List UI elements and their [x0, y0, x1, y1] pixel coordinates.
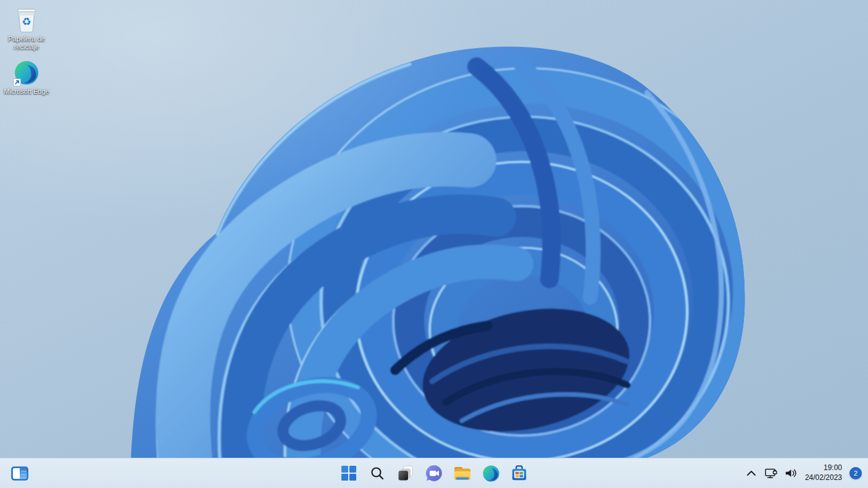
clock-date: 24/02/2023 — [805, 473, 842, 483]
show-hidden-icons-button[interactable] — [742, 462, 761, 484]
desktop-icon-recycle-bin[interactable]: ♻ Papelera de reciclaje — [2, 5, 51, 52]
system-tray: 19:00 24/02/2023 2 — [742, 458, 863, 488]
widgets-icon — [11, 466, 28, 481]
microsoft-edge-icon — [482, 465, 500, 482]
taskbar-center-buttons — [336, 461, 532, 486]
widgets-button[interactable] — [7, 461, 32, 486]
search-button[interactable] — [365, 461, 390, 486]
file-explorer-button[interactable] — [450, 461, 475, 486]
search-icon — [370, 466, 385, 481]
bloom-wallpaper — [0, 0, 868, 488]
network-button[interactable] — [762, 462, 780, 484]
desktop-icon-area: ♻ Papelera de reciclaje — [2, 5, 51, 97]
teams-chat-icon — [425, 464, 443, 482]
recycle-bin-icon: ♻ — [14, 6, 39, 33]
file-explorer-icon — [453, 465, 472, 481]
start-button[interactable] — [336, 461, 361, 486]
desktop-icon-label: Microsoft Edge — [4, 88, 49, 96]
windows-start-icon — [341, 465, 357, 481]
clock-time: 19:00 — [805, 463, 842, 473]
volume-button[interactable] — [782, 462, 800, 484]
clock[interactable]: 19:00 24/02/2023 — [801, 462, 846, 484]
taskbar: 19:00 24/02/2023 2 — [0, 458, 868, 488]
volume-icon — [784, 467, 798, 479]
microsoft-store-icon — [511, 465, 528, 482]
edge-button[interactable] — [478, 461, 503, 486]
chat-button[interactable] — [422, 461, 446, 486]
desktop-icon-microsoft-edge[interactable]: Microsoft Edge — [2, 59, 51, 97]
desktop: ♻ Papelera de reciclaje — [0, 0, 868, 488]
store-button[interactable] — [507, 461, 532, 486]
task-view-button[interactable] — [393, 461, 418, 486]
chevron-up-icon — [746, 470, 756, 476]
desktop-icon-label: Papelera de reciclaje — [4, 35, 49, 51]
notification-badge[interactable]: 2 — [849, 467, 862, 479]
shortcut-arrow-icon — [13, 78, 21, 86]
task-view-icon — [398, 465, 414, 481]
svg-text:♻: ♻ — [22, 15, 31, 28]
wired-network-icon — [764, 467, 778, 479]
